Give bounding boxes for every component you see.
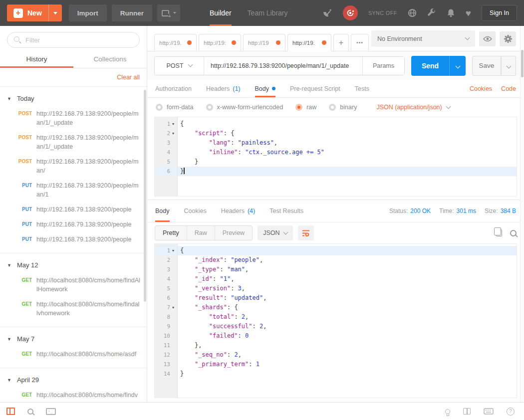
history-item[interactable]: POSThttp://192.168.79.138:9200/people/ma… — [0, 130, 147, 154]
history-item[interactable]: POSThttp://192.168.79.138:9200/people/ma… — [0, 106, 147, 130]
copy-icon[interactable] — [496, 229, 502, 236]
save-button[interactable]: Save — [472, 56, 501, 76]
tab-team-library[interactable]: Team Library — [248, 0, 288, 26]
scrollbar-thumb[interactable] — [521, 50, 524, 77]
history-item[interactable]: PUThttp://192.168.79.138:9200/people/man… — [0, 178, 147, 202]
history-item[interactable]: GEThttp://localhost:8080/cms/home/findAl… — [0, 273, 147, 297]
history-item[interactable]: PUThttp://192.168.79.138:9200/people — [0, 202, 147, 217]
response-tab-cookies[interactable]: Cookies — [184, 200, 207, 222]
code-token: "_seq_no" — [195, 351, 227, 358]
view-mode-raw[interactable]: Raw — [187, 226, 215, 240]
new-button[interactable]: + New — [7, 4, 48, 21]
filter-input[interactable] — [7, 32, 140, 48]
history-group-header[interactable]: ▼April 29 — [0, 374, 147, 388]
line-number: 13 — [164, 361, 170, 368]
send-button[interactable]: Send — [411, 56, 449, 76]
content-scrollbar[interactable] — [520, 26, 524, 402]
code-token: , — [231, 275, 234, 282]
tab-collections[interactable]: Collections — [73, 52, 147, 68]
satellite-icon[interactable] — [322, 8, 332, 18]
history-item[interactable]: GEThttp://localhost:8080/cms/home/findal… — [0, 297, 147, 321]
history-item[interactable]: POSThttp://192.168.79.138:9200/people/ma… — [0, 154, 147, 178]
two-pane-button[interactable] — [463, 408, 471, 415]
request-tab[interactable]: http://19. — [287, 34, 331, 51]
chevron-down-icon — [465, 35, 470, 40]
url-input[interactable]: http://192.168.79.138:9200/people/man/1/… — [204, 57, 362, 75]
method-select[interactable]: POST — [155, 57, 204, 75]
environment-select[interactable]: No Environment — [371, 30, 475, 47]
toggle-sidebar-button[interactable] — [6, 408, 15, 415]
request-tab[interactable]: http://19. — [154, 34, 197, 51]
body-type-option-raw[interactable]: raw — [295, 104, 316, 111]
fold-caret-icon[interactable]: ▾ — [170, 122, 176, 126]
history-group-header[interactable]: ▼Today — [0, 93, 147, 106]
history-item[interactable]: GEThttp://localhost:8080/cms/home/findvc… — [0, 388, 147, 402]
more-tabs-button[interactable]: ••• — [351, 34, 369, 51]
clear-all-link[interactable]: Clear all — [117, 74, 140, 81]
request-tab[interactable]: http://19: — [199, 34, 241, 51]
radio-icon — [329, 104, 336, 111]
heart-icon[interactable]: ♥ — [466, 8, 471, 18]
gutter-line: 5 — [155, 284, 177, 293]
fold-caret-icon[interactable]: ▾ — [170, 131, 176, 136]
content-type-select[interactable]: JSON (application/json) — [376, 104, 450, 111]
body-type-option-binary[interactable]: binary — [329, 104, 357, 111]
response-tab-headers[interactable]: Headers (4) — [221, 200, 256, 222]
shortcuts-button[interactable] — [484, 408, 494, 415]
method-badge: PUT — [13, 205, 32, 214]
sync-status-icon[interactable] — [343, 5, 358, 20]
send-dropdown-button[interactable] — [449, 56, 466, 76]
code-token: 0 — [245, 332, 249, 339]
new-request-tab-button[interactable]: + — [333, 34, 349, 51]
help-button[interactable]: ? — [507, 408, 515, 416]
code-token: "inline" — [209, 149, 238, 156]
history-group-header[interactable]: ▼May 12 — [0, 259, 147, 273]
new-dropdown-button[interactable] — [48, 4, 62, 21]
tab-body[interactable]: Body — [255, 80, 276, 97]
history-item[interactable]: PUThttp://192.168.79.138:9200/people — [0, 217, 147, 232]
runner-button[interactable]: Runner — [112, 4, 152, 21]
code-token — [180, 158, 195, 165]
sidebar-scrollbar[interactable] — [144, 90, 146, 302]
method-badge: PUT — [13, 181, 32, 199]
history-item[interactable]: PUThttp://192.168.79.138:9200/people — [0, 232, 147, 247]
tab-history[interactable]: History — [0, 52, 73, 68]
view-mode-pretty[interactable]: Pretty — [155, 226, 187, 240]
fold-caret-icon[interactable]: ▾ — [170, 305, 176, 310]
globe-icon[interactable] — [408, 8, 417, 17]
request-body-code[interactable]: { "script": { "lang": "painless", "inlin… — [178, 117, 517, 196]
history-item[interactable]: GEThttp://localhost:8080/cms/home/asdf — [0, 347, 147, 362]
code-link[interactable]: Code — [501, 85, 516, 92]
console-button[interactable]: ›_ — [46, 408, 56, 415]
fold-caret-icon[interactable]: ▾ — [170, 248, 176, 253]
search-button[interactable] — [27, 409, 33, 415]
view-mode-preview[interactable]: Preview — [215, 226, 252, 240]
tab-prerequest-script[interactable]: Pre-request Script — [290, 80, 340, 97]
tips-button[interactable] — [445, 409, 450, 414]
unsaved-dot-icon — [276, 40, 280, 45]
save-dropdown-button[interactable] — [501, 56, 516, 76]
code-token — [180, 275, 195, 282]
tab-builder[interactable]: Builder — [210, 0, 232, 26]
cookies-link[interactable]: Cookies — [470, 85, 492, 92]
signin-button[interactable]: Sign In — [482, 5, 517, 21]
params-button[interactable]: Params — [362, 57, 404, 75]
search-response-icon[interactable] — [510, 230, 517, 236]
tab-headers[interactable]: Headers (1) — [206, 80, 241, 97]
history-group-header[interactable]: ▼May 7 — [0, 333, 147, 347]
response-tab-test-results[interactable]: Test Results — [269, 200, 303, 222]
response-tab-body[interactable]: Body — [155, 200, 170, 222]
wrench-icon[interactable] — [427, 8, 436, 17]
tab-tests[interactable]: Tests — [355, 80, 369, 97]
new-window-button[interactable] — [157, 4, 180, 21]
import-button[interactable]: Import — [69, 4, 107, 21]
response-format-select[interactable]: JSON — [258, 225, 293, 240]
environment-preview-button[interactable] — [479, 31, 496, 46]
body-type-option-formdata[interactable]: form-data — [156, 104, 194, 111]
bell-icon[interactable] — [447, 8, 455, 17]
request-tab[interactable]: http://19 — [243, 34, 285, 51]
wrap-lines-button[interactable] — [298, 225, 314, 240]
tab-authorization[interactable]: Authorization — [155, 80, 192, 97]
body-type-option-xwwwformurlencoded[interactable]: x-www-form-urlencoded — [206, 104, 283, 111]
environment-settings-button[interactable] — [500, 31, 516, 46]
